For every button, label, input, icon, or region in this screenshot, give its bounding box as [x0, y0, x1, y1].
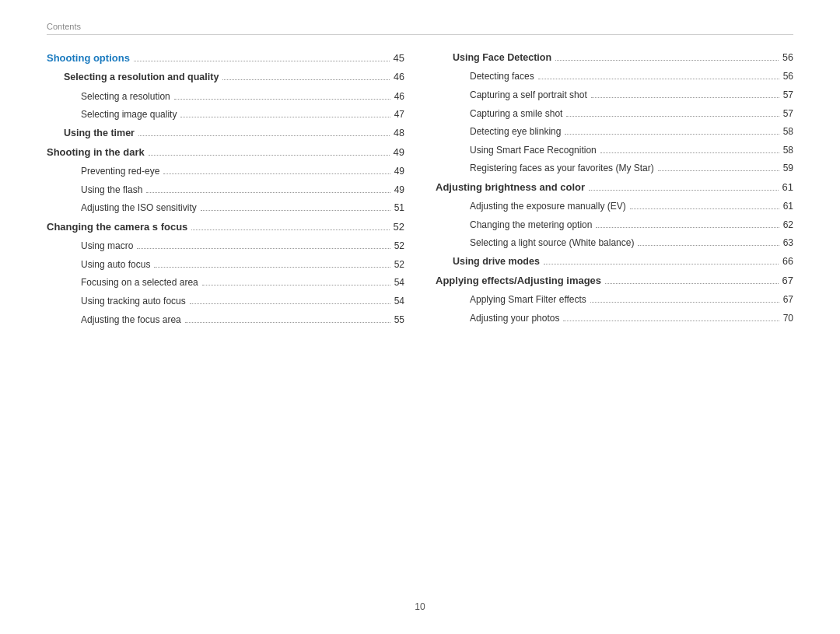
toc-row[interactable]: Capturing a smile shot57 — [436, 107, 793, 121]
toc-dots — [658, 170, 779, 171]
toc-dots — [202, 285, 390, 285]
toc-row[interactable]: Using the timer48 — [47, 126, 404, 141]
toc-row[interactable]: Using macro52 — [47, 239, 404, 254]
toc-row[interactable]: Detecting faces56 — [436, 69, 793, 84]
toc-page-number: 52 — [394, 219, 404, 235]
toc-row[interactable]: Adjusting your photos70 — [436, 311, 793, 326]
toc-entry-label: Adjusting your photos — [470, 311, 559, 326]
toc-entry-label: Using Face Detection — [453, 51, 551, 65]
toc-row[interactable]: Using drive modes66 — [436, 254, 793, 269]
toc-row[interactable]: Adjusting the focus area55 — [47, 313, 404, 328]
left-column: Shooting options45Selecting a resolution… — [47, 51, 404, 331]
toc-page-number: 54 — [394, 275, 404, 290]
toc-dots — [190, 303, 390, 304]
toc-entry-label: Adjusting the exposure manually (EV) — [470, 199, 626, 214]
toc-dots — [605, 283, 778, 284]
toc-entry-label: Changing the metering option — [470, 218, 592, 233]
toc-dots — [185, 322, 390, 323]
toc-entry-label: Focusing on a selected area — [81, 275, 198, 290]
toc-page-number: 63 — [783, 236, 793, 250]
toc-entry-label: Selecting a resolution and quality — [64, 70, 219, 85]
toc-entry-label: Using auto focus — [81, 257, 150, 272]
toc-dots — [591, 97, 779, 98]
toc-dots — [191, 229, 389, 230]
toc-row[interactable]: Selecting a resolution46 — [47, 89, 404, 104]
toc-dots — [563, 321, 779, 321]
toc-page-number: 45 — [394, 51, 404, 66]
toc-dots — [146, 192, 390, 193]
toc-page-number: 51 — [394, 201, 404, 215]
toc-row[interactable]: Preventing red-eye49 — [47, 164, 404, 179]
toc-row[interactable]: Using the flash49 — [47, 183, 404, 198]
toc-dots — [154, 267, 390, 268]
toc-page-number: 52 — [394, 257, 404, 272]
toc-dots — [138, 135, 390, 136]
toc-row[interactable]: Selecting a resolution and quality46 — [47, 70, 404, 85]
toc-page-number: 56 — [783, 69, 793, 84]
toc-row[interactable]: Applying Smart Filter effects67 — [436, 292, 793, 307]
toc-dots — [180, 117, 390, 117]
page: Contents Shooting options45Selecting a r… — [0, 0, 840, 634]
toc-row[interactable]: Using Smart Face Recognition58 — [436, 143, 793, 158]
toc-entry-label: Applying Smart Filter effects — [470, 292, 586, 307]
toc-page-number: 67 — [782, 273, 793, 289]
toc-row[interactable]: Selecting image quality47 — [47, 107, 404, 122]
toc-page-number: 61 — [782, 180, 793, 195]
toc-dots — [590, 302, 779, 303]
toc-page-number: 61 — [783, 199, 793, 214]
toc-page-number: 59 — [783, 161, 793, 176]
toc-page-number: 49 — [394, 183, 404, 198]
toc-page-number: 58 — [783, 124, 793, 139]
toc-row[interactable]: Changing the camera s focus52 — [47, 219, 404, 235]
toc-dots — [174, 99, 390, 100]
toc-entry-label: Selecting image quality — [81, 107, 177, 122]
toc-entry-label: Using tracking auto focus — [81, 294, 186, 309]
toc-dots — [566, 116, 779, 117]
toc-row[interactable]: Changing the metering option62 — [436, 218, 793, 233]
toc-row[interactable]: Registering faces as your favorites (My … — [436, 161, 793, 176]
toc-content: Shooting options45Selecting a resolution… — [47, 51, 793, 331]
toc-dots — [538, 79, 779, 79]
toc-page-number: 49 — [394, 145, 404, 160]
toc-entry-label: Shooting in the dark — [47, 145, 145, 160]
toc-entry-label: Capturing a self portrait shot — [470, 88, 587, 103]
toc-dots — [630, 208, 779, 209]
toc-entry-label: Detecting faces — [470, 69, 534, 84]
right-column: Using Face Detection56Detecting faces56C… — [436, 51, 793, 331]
toc-entry-label: Using the timer — [64, 126, 135, 141]
toc-row[interactable]: Shooting options45 — [47, 51, 404, 66]
toc-row[interactable]: Using Face Detection56 — [436, 51, 793, 65]
toc-row[interactable]: Applying effects/Adjusting images67 — [436, 273, 793, 289]
toc-row[interactable]: Shooting in the dark49 — [47, 145, 404, 160]
toc-page-number: 58 — [783, 143, 793, 158]
toc-row[interactable]: Adjusting the exposure manually (EV)61 — [436, 199, 793, 214]
toc-page-number: 55 — [394, 313, 404, 328]
toc-page-number: 56 — [782, 51, 793, 65]
toc-dots — [222, 79, 390, 80]
toc-row[interactable]: Focusing on a selected area54 — [47, 275, 404, 290]
toc-dots — [565, 134, 779, 135]
toc-entry-label: Selecting a resolution — [81, 89, 170, 104]
toc-page-number: 54 — [394, 294, 404, 309]
toc-page-number: 49 — [394, 164, 404, 179]
toc-row[interactable]: Adjusting brightness and color61 — [436, 180, 793, 195]
toc-entry-label: Using Smart Face Recognition — [470, 143, 597, 158]
toc-dots — [589, 190, 778, 191]
toc-page-number: 46 — [394, 89, 404, 104]
toc-row[interactable]: Capturing a self portrait shot57 — [436, 88, 793, 103]
page-number: 10 — [0, 601, 840, 612]
toc-page-number: 70 — [783, 311, 793, 326]
toc-page-number: 62 — [783, 218, 793, 233]
toc-row[interactable]: Selecting a light source (White balance)… — [436, 236, 793, 250]
toc-dots — [149, 155, 390, 156]
toc-page-number: 52 — [394, 239, 404, 254]
toc-dots — [201, 210, 390, 211]
toc-page-number: 67 — [783, 292, 793, 307]
header-label: Contents — [47, 22, 81, 31]
toc-row[interactable]: Using tracking auto focus54 — [47, 294, 404, 309]
toc-entry-label: Registering faces as your favorites (My … — [470, 161, 654, 176]
toc-row[interactable]: Adjusting the ISO sensitivity51 — [47, 201, 404, 215]
toc-row[interactable]: Detecting eye blinking58 — [436, 124, 793, 139]
toc-page-number: 57 — [783, 107, 793, 121]
toc-row[interactable]: Using auto focus52 — [47, 257, 404, 272]
